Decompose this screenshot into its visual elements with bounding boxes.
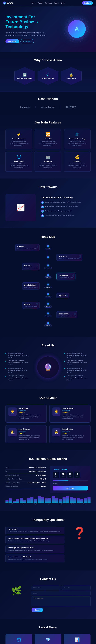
nav-link[interactable]: About <box>38 2 42 4</box>
hero-logo-letter: A <box>75 26 79 32</box>
faq-question: What is ICO? <box>8 528 62 530</box>
ico-chart-bar <box>56 498 58 503</box>
news-card[interactable]: 📊 February 01, 2024 New Regulation Comin… <box>64 634 90 644</box>
ico-progress-fill <box>53 480 68 481</box>
about-point-icon: ▶ <box>6 368 6 374</box>
nav-link-item[interactable]: Token <box>54 2 58 4</box>
nav-logo[interactable]: A Arena <box>3 2 13 4</box>
faq-item[interactable]: What is ICO? An initial coin offering (I… <box>6 526 64 534</box>
roadmap-card-desc: Initial concept and white paper publishi… <box>18 248 38 250</box>
contact-name-input[interactable] <box>32 586 60 590</box>
how-title: How it Works <box>6 185 90 189</box>
roadmap-dot <box>47 274 49 276</box>
nav-link-item[interactable]: About <box>38 2 42 4</box>
roadmap-card-title: Research <box>58 255 80 257</box>
hero-get-started-button[interactable]: Get Started <box>6 39 19 43</box>
adviser-name: Jade Schumer <box>62 408 88 410</box>
adviser-card: 👨‍🚀 Blake Burton Lorem Ipsum ★★★★☆ Lorem… <box>49 425 90 444</box>
feature-description: Lorem ipsum dolor sit amet consectetur a… <box>8 140 30 146</box>
feature-icon: 🌐 <box>8 154 30 159</box>
nav-link[interactable]: Home <box>31 2 36 4</box>
hero-learn-more-button[interactable]: Learn More <box>20 39 34 43</box>
roadmap-left-cell: 5 App beta test Lorem ipsum dolor sit am… <box>7 282 44 290</box>
nav-link-item[interactable]: Blog <box>61 2 64 4</box>
adviser-card: 👨‍💼 Our Adviser Lorem Ipsum ★★★★☆ Lorem … <box>6 404 47 423</box>
feature-icon: ⚡ <box>8 132 30 137</box>
faq-item[interactable]: How do I receive my ICO Token? Tokens ar… <box>6 554 64 562</box>
about-point-left: ▶ Lorem ipsum dolor sit amet consectetur… <box>6 360 32 366</box>
ico-row-value: Feb 15, 2024 0:00:00 GMT <box>29 467 46 468</box>
nav-cta-button[interactable]: Get Start <box>82 1 93 5</box>
nav-links: HomeAboutResearchTokenBlog <box>31 2 64 4</box>
hero-title: Investment For Future Business Technolog… <box>6 14 49 29</box>
feature-description: Lorem ipsum dolor sit amet consectetur a… <box>38 163 58 169</box>
news-thumbnail: 💎 <box>35 634 61 644</box>
contact-submit-button[interactable]: Submit <box>32 608 43 612</box>
roadmap-section: Road Map 1 Concept Initial concept and w… <box>0 228 96 337</box>
why-icon: 🔄 <box>23 73 27 77</box>
news-card[interactable]: 🌐 January 15, 2024 Lorem ipsum dolor sit… <box>6 634 32 644</box>
feature-title: Instant Settlement <box>8 138 30 140</box>
faq-title: Frenquently Questions <box>6 518 90 522</box>
partners-list: CompanyLorem IpsumCONTEXT <box>6 106 90 108</box>
how-step-text: Receive tokens directly to your secure w… <box>45 210 72 212</box>
how-platform-title: The World's Best ICO Platform <box>41 196 90 199</box>
partner-divider <box>60 106 60 108</box>
faq-item[interactable]: What is cryptocurrency and how does your… <box>6 536 64 544</box>
ico-table-row: End Apr 25, 2024 0:00:00 GMT <box>6 470 46 473</box>
ico-countdown-unit: 16 Min <box>67 472 73 478</box>
feature-card: 🔀 Flexibility Lorem ipsum dolor sit amet… <box>34 129 62 149</box>
adviser-info: Jade Schumer Lorem Ipsum ★★★★☆ Lorem ips… <box>62 408 88 420</box>
feature-card: ⛓ Blockchain Technology Lorem ipsum dolo… <box>64 129 90 149</box>
ico-chart-bar <box>38 496 40 503</box>
ico-buy-button[interactable]: Buy Token <box>53 486 88 490</box>
adviser-role: Lorem Ipsum <box>62 410 88 411</box>
adviser-section: Our Adviser 👨‍💼 Our Adviser Lorem Ipsum … <box>0 389 96 450</box>
contact-message-textarea[interactable] <box>32 596 90 606</box>
news-card[interactable]: 💎 January 20, 2024 The Promising Technol… <box>34 634 62 644</box>
ico-chart-bar <box>41 497 44 503</box>
nav-link[interactable]: Research <box>44 2 52 4</box>
news-thumb-overlay <box>35 634 61 644</box>
faq-item[interactable]: How will you manage the ICO Token? We ma… <box>6 545 64 553</box>
ico-row-label: End <box>6 470 8 472</box>
contact-email-input[interactable] <box>62 586 90 590</box>
roadmap-card-desc: Lorem ipsum dolor sit amet <box>24 267 38 269</box>
how-section: How it Works 📈 The World's Best ICO Plat… <box>0 178 96 228</box>
news-thumb-overlay <box>6 634 32 644</box>
why-icon: 🔒 <box>69 73 73 77</box>
ico-chart-label: Aug 01 <box>6 503 17 504</box>
feature-title: Flexibility <box>38 138 58 140</box>
roadmap-left-cell: 3 Pre-Sale Lorem ipsum dolor sit amet <box>7 263 44 270</box>
ico-count-label: Days <box>54 476 57 477</box>
faq-question: What is cryptocurrency and how does your… <box>8 538 62 539</box>
roadmap-center-cell: Aug 2024 <box>44 284 52 288</box>
adviser-desc: Lorem ipsum dolor sit amet consectetur a… <box>18 414 44 420</box>
contact-title: Contact Us <box>6 577 90 581</box>
nav-link[interactable]: Token <box>54 2 58 4</box>
roadmap-row: 1 Concept Initial concept and white pape… <box>7 244 89 252</box>
roadmap-date-badge: Dec 2024 <box>44 305 52 308</box>
nav-link-item[interactable]: Research <box>44 2 52 4</box>
contact-subject-input[interactable] <box>32 591 90 595</box>
ico-row-value: 5,000,000 <box>40 478 46 480</box>
about-point-left: ▶ Lorem ipsum dolor sit amet consectetur… <box>6 375 32 381</box>
ico-chart-bar <box>9 498 12 503</box>
partners-section: Best Partners CompanyLorem IpsumCONTEXT <box>0 92 96 114</box>
roadmap-center-cell <box>44 256 52 258</box>
contact-content: 🌿 Submit <box>6 586 90 612</box>
nav-link[interactable]: Blog <box>61 2 64 4</box>
news-grid: 🌐 January 15, 2024 Lorem ipsum dolor sit… <box>6 634 90 644</box>
ico-chart-bar <box>88 497 90 503</box>
faq-answer: We manage ICO tokens through a secure bl… <box>8 549 62 551</box>
roadmap-card: 3 Pre-Sale Lorem ipsum dolor sit amet <box>22 263 40 270</box>
adviser-role: Lorem Ipsum <box>62 430 88 432</box>
ico-chart-label: Sep 15 <box>42 503 54 504</box>
how-step: 3 Receive tokens directly to your secure… <box>41 210 90 213</box>
adviser-name: Lena Shepherd <box>18 428 44 430</box>
roadmap-card: 7 Benefits Lorem ipsum dolor sit amet <box>22 302 40 309</box>
nav-link-item[interactable]: Home <box>31 2 36 4</box>
how-step-number: 3 <box>41 210 44 213</box>
roadmap-card-title: Concept <box>18 246 38 248</box>
feature-title: Blockchain Technology <box>66 138 88 140</box>
